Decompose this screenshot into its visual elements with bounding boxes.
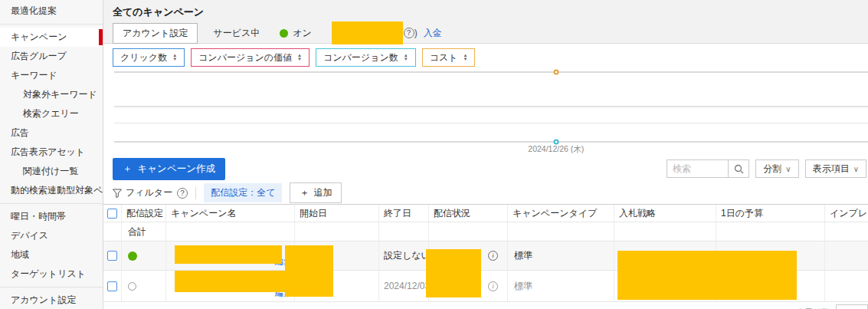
add-filter-label: 追加 bbox=[313, 186, 332, 199]
page-header: 全てのキャンペーン アカウント設定 サービス中 オン ？ ) 入金 bbox=[103, 0, 868, 44]
page-size-select[interactable] bbox=[836, 304, 868, 309]
header-cell-bid-strategy[interactable]: 入札戦略 bbox=[614, 205, 716, 222]
chart-line bbox=[114, 123, 868, 123]
sidebar-item-day-time[interactable]: 曜日・時間帯 bbox=[0, 207, 103, 226]
sidebar-item-label: デバイス bbox=[11, 230, 48, 241]
sidebar-item-label: 広告グループ bbox=[11, 51, 67, 61]
chevron-down-icon: ∨ bbox=[785, 165, 791, 173]
header-cell-delivery-status[interactable]: 配信状況 bbox=[429, 205, 508, 222]
table-tools: 分割 ∨ 表示項目 ∨ bbox=[667, 159, 866, 178]
table-footer: 表示件数 bbox=[103, 302, 868, 309]
total-cell bbox=[716, 222, 825, 241]
split-dropdown[interactable]: 分割 ∨ bbox=[755, 159, 798, 178]
paren-text: ) bbox=[414, 28, 418, 38]
chevron-down-icon: ∨ bbox=[853, 165, 859, 173]
split-label: 分割 bbox=[763, 163, 781, 176]
sidebar-item-dynamic-search-pages[interactable]: 動的検索連動型対象ページ bbox=[0, 181, 103, 200]
delivery-filter-chip[interactable]: 配信設定：全て bbox=[204, 183, 282, 202]
select-all-checkbox[interactable] bbox=[107, 209, 117, 219]
sidebar-item-label: 曜日・時間帯 bbox=[11, 211, 66, 222]
header-cell-start-date[interactable]: 開始日 bbox=[295, 205, 379, 222]
help-icon[interactable]: ？ bbox=[404, 28, 414, 38]
action-row: ＋ キャンペーン作成 分割 ∨ 表示項目 ∨ bbox=[103, 156, 868, 182]
total-cell bbox=[295, 222, 379, 241]
total-cell bbox=[379, 222, 429, 241]
sidebar-divider bbox=[0, 287, 103, 288]
total-cell bbox=[825, 222, 868, 241]
sidebar-divider bbox=[0, 203, 103, 204]
header-cell-daily-budget[interactable]: 1日の予算 bbox=[716, 205, 825, 222]
metric-label: コンバージョンの価値 bbox=[198, 51, 292, 64]
page-size-control: 表示件数 bbox=[796, 304, 868, 309]
create-campaign-label: キャンペーン作成 bbox=[138, 163, 215, 176]
search-icon bbox=[734, 164, 744, 174]
sort-arrows-icon: ▲▼ bbox=[463, 54, 467, 61]
sidebar-item-ad-groups[interactable]: 広告グループ bbox=[0, 47, 103, 66]
total-cell bbox=[614, 222, 716, 241]
sidebar-item-devices[interactable]: デバイス bbox=[0, 226, 103, 245]
header-cell-campaign-type[interactable]: キャンペーンタイプ bbox=[508, 205, 614, 222]
sidebar-item-ads[interactable]: 広告 bbox=[0, 123, 103, 143]
delivery-on-toggle[interactable] bbox=[128, 251, 137, 261]
sidebar-item-label: キャンペーン bbox=[11, 31, 67, 42]
toggle-on-label: オン bbox=[293, 27, 312, 40]
delivery-off-toggle[interactable] bbox=[128, 282, 136, 291]
sidebar-item-campaigns[interactable]: キャンペーン bbox=[0, 28, 103, 47]
create-campaign-button[interactable]: ＋ キャンペーン作成 bbox=[113, 158, 225, 180]
sidebar-item-negative-keywords[interactable]: 対象外キーワード bbox=[0, 85, 103, 104]
row-checkbox[interactable] bbox=[107, 251, 117, 261]
metric-conversion-value-button[interactable]: コンバージョンの価値 ▲▼ bbox=[191, 48, 310, 67]
metric-label: クリック数 bbox=[120, 51, 167, 64]
divider bbox=[195, 187, 196, 199]
sidebar-item-label: ターゲットリスト bbox=[11, 268, 86, 279]
metric-conversions-button[interactable]: コンバージョン数 ▲▼ bbox=[316, 48, 416, 67]
filter-label: フィルター bbox=[126, 186, 172, 199]
sidebar-item-ad-assets[interactable]: 広告表示アセット bbox=[0, 143, 103, 162]
sidebar-item-keywords[interactable]: キーワード bbox=[0, 66, 103, 85]
sidebar-item-label: アカウント設定 bbox=[11, 294, 76, 305]
redaction-delivery-status bbox=[426, 249, 481, 297]
total-cell bbox=[508, 222, 614, 241]
delivery-cell bbox=[122, 271, 166, 301]
sidebar-item-label: 動的検索連動型対象ページ bbox=[11, 185, 103, 196]
table-total-row: 合計 bbox=[103, 222, 868, 242]
columns-label: 表示項目 bbox=[813, 163, 850, 176]
row-checkbox[interactable] bbox=[107, 281, 117, 291]
info-icon[interactable]: i bbox=[488, 251, 498, 261]
row-select-cell bbox=[103, 242, 122, 270]
sidebar-item-target-list[interactable]: ターゲットリスト bbox=[0, 265, 103, 284]
search-button[interactable] bbox=[728, 159, 749, 178]
sidebar-item-label: 最適化提案 bbox=[11, 5, 57, 16]
metric-label: コスト bbox=[430, 51, 458, 64]
deposit-link[interactable]: 入金 bbox=[424, 27, 442, 40]
filter-help-icon[interactable]: ？ bbox=[177, 188, 188, 199]
header-cell-delivery[interactable]: 配信設定 bbox=[122, 205, 166, 222]
sidebar-item-region[interactable]: 地域 bbox=[0, 245, 103, 265]
account-status-row: アカウント設定 サービス中 オン ？ ) 入金 bbox=[113, 22, 868, 44]
sidebar-item-association-list[interactable]: 関連付け一覧 bbox=[0, 162, 103, 181]
campaign-table: 配信設定 キャンペーン名 開始日 終了日 配信状況 キャンペーンタイプ 入札戦略… bbox=[103, 205, 868, 302]
sidebar-item-search-queries[interactable]: 検索クエリー bbox=[0, 104, 103, 123]
redaction-campaign-name bbox=[175, 271, 300, 292]
metric-clicks-button[interactable]: クリック数 ▲▼ bbox=[113, 48, 185, 67]
service-status-label: サービス中 bbox=[213, 27, 260, 40]
total-cell bbox=[103, 222, 122, 241]
sidebar-item-label: 検索クエリー bbox=[23, 108, 79, 119]
info-icon[interactable]: i bbox=[488, 281, 498, 291]
header-cell-campaign-name[interactable]: キャンペーン名 bbox=[166, 205, 295, 222]
plus-icon: ＋ bbox=[123, 163, 133, 176]
filter-icon bbox=[113, 189, 122, 198]
row-select-cell bbox=[103, 271, 122, 301]
impressions-cell bbox=[825, 242, 868, 270]
add-filter-button[interactable]: ＋ 追加 bbox=[290, 182, 342, 203]
columns-dropdown[interactable]: 表示項目 ∨ bbox=[805, 159, 866, 178]
header-cell-select bbox=[103, 205, 122, 222]
header-cell-impressions[interactable]: インプレッション bbox=[825, 205, 868, 222]
metric-cost-button[interactable]: コスト ▲▼ bbox=[422, 48, 476, 67]
account-settings-button[interactable]: アカウント設定 bbox=[113, 23, 198, 44]
header-cell-end-date[interactable]: 終了日 bbox=[379, 205, 429, 222]
search-input[interactable] bbox=[667, 159, 728, 178]
sidebar-item-account-settings[interactable]: アカウント設定 bbox=[0, 291, 103, 309]
sidebar-item-optimization[interactable]: 最適化提案 bbox=[0, 2, 103, 21]
sidebar-item-label: 広告表示アセット bbox=[11, 146, 85, 157]
